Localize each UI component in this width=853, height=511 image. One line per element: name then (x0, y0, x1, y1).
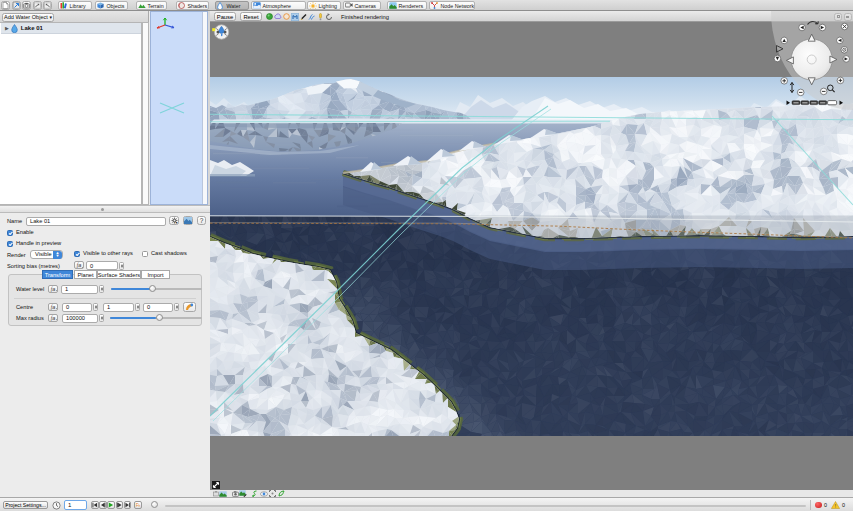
svg-text:!: ! (835, 503, 836, 509)
